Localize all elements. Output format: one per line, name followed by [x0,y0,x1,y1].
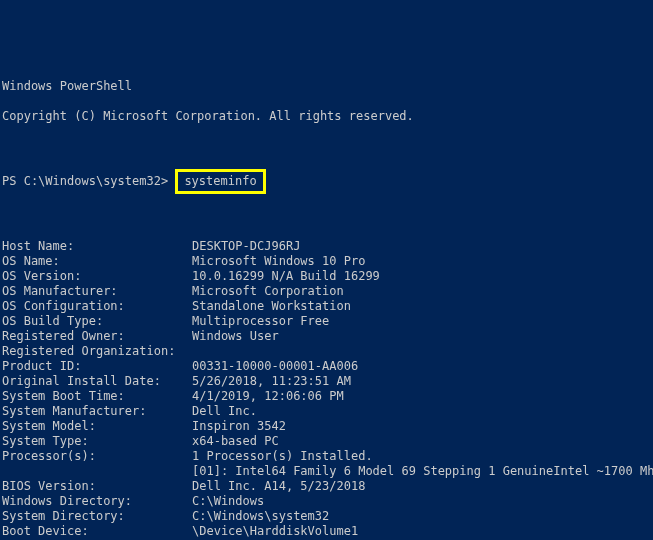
info-label: Original Install Date: [2,374,192,389]
info-label: Product ID: [2,359,192,374]
info-row: OS Manufacturer:Microsoft Corporation [2,284,651,299]
info-label: Processor(s): [2,449,192,464]
info-value: Standalone Workstation [192,299,351,314]
info-row: OS Configuration:Standalone Workstation [2,299,651,314]
info-value: C:\Windows [192,494,264,509]
info-row: Original Install Date:5/26/2018, 11:23:5… [2,374,651,389]
copyright-line: Copyright (C) Microsoft Corporation. All… [2,109,651,124]
info-label: Registered Organization: [2,344,192,359]
info-value: Microsoft Windows 10 Pro [192,254,365,269]
info-label: Registered Owner: [2,329,192,344]
info-label: OS Name: [2,254,192,269]
info-label: BIOS Version: [2,479,192,494]
info-label: Host Name: [2,239,192,254]
info-label: OS Version: [2,269,192,284]
info-value: Dell Inc. A14, 5/23/2018 [192,479,365,494]
info-row: Product ID:00331-10000-00001-AA006 [2,359,651,374]
info-row: OS Version:10.0.16299 N/A Build 16299 [2,269,651,284]
prompt-path: PS C:\Windows\system32> [2,174,175,188]
info-value: 4/1/2019, 12:06:06 PM [192,389,344,404]
info-row: OS Name:Microsoft Windows 10 Pro [2,254,651,269]
info-label: System Manufacturer: [2,404,192,419]
info-row: System Model:Inspiron 3542 [2,419,651,434]
info-value: 00331-10000-00001-AA006 [192,359,358,374]
command-highlight: systeminfo [175,169,265,194]
info-value: C:\Windows\system32 [192,509,329,524]
info-row: Registered Owner:Windows User [2,329,651,344]
info-row: Boot Device:\Device\HarddiskVolume1 [2,524,651,539]
info-value: Microsoft Corporation [192,284,344,299]
info-row: Windows Directory:C:\Windows [2,494,651,509]
info-row: Registered Organization: [2,344,651,359]
info-value: \Device\HarddiskVolume1 [192,524,358,539]
info-label: Boot Device: [2,524,192,539]
command-text: systeminfo [184,174,256,188]
info-value: Dell Inc. [192,404,257,419]
info-row: [01]: Intel64 Family 6 Model 69 Stepping… [2,464,651,479]
info-value: Inspiron 3542 [192,419,286,434]
prompt-line: PS C:\Windows\system32> systeminfo [2,169,651,194]
info-label: System Type: [2,434,192,449]
info-label: System Model: [2,419,192,434]
info-label: OS Build Type: [2,314,192,329]
info-value: DESKTOP-DCJ96RJ [192,239,300,254]
info-row: Host Name:DESKTOP-DCJ96RJ [2,239,651,254]
info-value: 1 Processor(s) Installed. [192,449,373,464]
info-row: BIOS Version:Dell Inc. A14, 5/23/2018 [2,479,651,494]
systeminfo-output: Host Name:DESKTOP-DCJ96RJOS Name:Microso… [2,239,651,540]
info-label: Windows Directory: [2,494,192,509]
info-label: System Directory: [2,509,192,524]
app-title: Windows PowerShell [2,79,651,94]
info-label: System Boot Time: [2,389,192,404]
info-row: System Directory:C:\Windows\system32 [2,509,651,524]
terminal-output[interactable]: Windows PowerShell Copyright (C) Microso… [2,64,651,540]
info-row: System Boot Time:4/1/2019, 12:06:06 PM [2,389,651,404]
info-row: System Type:x64-based PC [2,434,651,449]
info-value: x64-based PC [192,434,279,449]
info-value: Windows User [192,329,279,344]
info-value: 10.0.16299 N/A Build 16299 [192,269,380,284]
info-row: OS Build Type:Multiprocessor Free [2,314,651,329]
info-value: 5/26/2018, 11:23:51 AM [192,374,351,389]
info-value: Multiprocessor Free [192,314,329,329]
info-label: OS Manufacturer: [2,284,192,299]
info-row: System Manufacturer:Dell Inc. [2,404,651,419]
info-row: Processor(s):1 Processor(s) Installed. [2,449,651,464]
info-label: OS Configuration: [2,299,192,314]
info-value: [01]: Intel64 Family 6 Model 69 Stepping… [192,464,653,479]
